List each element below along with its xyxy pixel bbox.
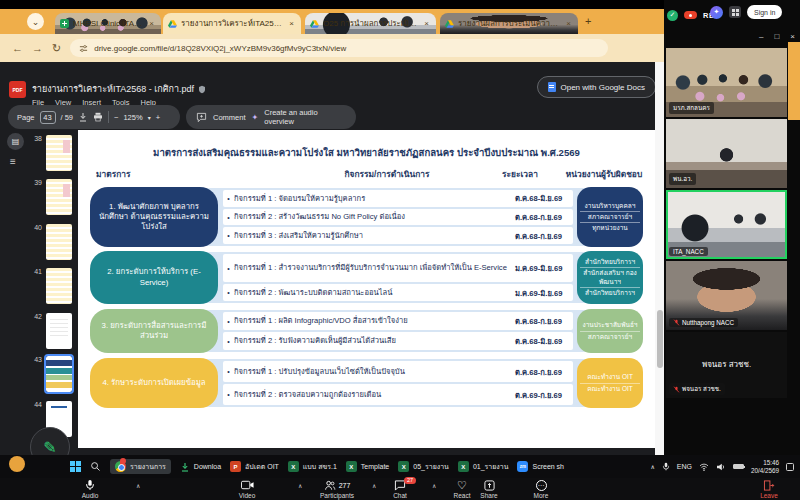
tray-mic-icon[interactable] — [662, 462, 670, 471]
clock[interactable]: 15:46 20/4/2569 — [751, 459, 779, 474]
page-thumbnail-39[interactable] — [46, 179, 72, 215]
tab-label: MHESI Clinic ITA69 อว./อุดมศึกษ — [73, 17, 143, 30]
minimize-icon[interactable]: – — [759, 32, 763, 41]
video-tile-5[interactable]: พจนอร สวชช. พจนอร สวชช. — [666, 332, 787, 398]
audio-button[interactable]: Audio — [68, 479, 112, 499]
back-icon[interactable]: ← — [12, 42, 23, 54]
video-tile-2[interactable]: พน.อว. — [666, 119, 787, 188]
bullet-icon: • — [223, 338, 234, 345]
unit-line: ทุกหน่วยงาน — [580, 222, 640, 232]
taskbar-excel-4[interactable]: X 01_รายงาน — [458, 461, 509, 472]
taskbar-downloads[interactable]: Downloa — [180, 462, 221, 472]
assistant-icon[interactable]: ✦ — [710, 6, 723, 19]
page-thumbnail-42[interactable] — [46, 313, 72, 349]
sign-in-button[interactable]: Sign in — [747, 5, 782, 19]
maximize-icon[interactable]: □ — [774, 32, 779, 41]
leave-button[interactable]: Leave — [745, 479, 793, 499]
volume-icon[interactable] — [716, 463, 726, 471]
participants-button[interactable]: 277 Participants — [308, 479, 366, 499]
caret-down-icon[interactable]: ▾ — [148, 114, 151, 121]
video-tile-4[interactable]: Nutthapong NACC — [666, 261, 787, 330]
participants-count: 277 — [339, 482, 351, 489]
new-tab-button[interactable]: + — [585, 15, 591, 27]
battery-icon[interactable] — [733, 464, 744, 470]
thumbnail-view-button[interactable]: ▤ — [7, 133, 24, 150]
tray-chevron-icon[interactable]: ∧ — [650, 463, 654, 470]
zoom-level[interactable]: 125% — [123, 113, 142, 122]
unit-pill: งานบริหารบุคคลฯ สภาคณาจารย์ฯ ทุกหน่วยงาน — [577, 187, 643, 247]
measure-pill: 3. ยกระดับการสื่อสารและการมีส่วนร่วม — [90, 309, 218, 353]
start-button[interactable] — [70, 461, 81, 472]
heart-icon: ♡ — [457, 480, 467, 491]
video-tile-1[interactable]: มรภ.สกลนคร — [666, 48, 787, 117]
participant-name: ITA_NACC — [673, 248, 704, 255]
scrollbar[interactable] — [655, 62, 664, 455]
language-indicator[interactable]: ENG — [677, 463, 692, 470]
pdf-action-toolbar: Comment ✦ Create an audio overview — [186, 105, 356, 129]
taskbar-chrome-active[interactable]: รายงานการ — [110, 459, 171, 474]
tab-search-button[interactable]: ⌄ — [27, 13, 44, 30]
floating-badge — [9, 456, 25, 472]
excel-icon: X — [346, 461, 357, 472]
taskbar-zoom[interactable]: zm Screen sh — [517, 461, 564, 472]
app-label: Downloa — [194, 463, 221, 470]
participants-caret[interactable]: ∧ — [372, 482, 376, 489]
share-screen-icon — [484, 480, 495, 491]
audio-options-caret[interactable]: ∧ — [136, 482, 140, 489]
audio-overview-label[interactable]: Create an audio overview — [264, 108, 346, 126]
forward-icon[interactable]: → — [32, 42, 43, 54]
close-window-icon[interactable]: × — [790, 32, 795, 41]
zoom-out-icon[interactable]: − — [114, 113, 118, 122]
browser-tab-2-active[interactable]: รายงานการวิเคราะห์ITA2568 - เกศิ × — [163, 13, 301, 34]
chat-button[interactable]: 27 Chat — [380, 479, 420, 499]
site-settings-icon[interactable] — [79, 44, 88, 53]
browser-tab-4[interactable]: รายงานผลการประเมินความเสี่ยงเกี × — [440, 13, 578, 34]
activity-time: ต.ค.68-ก.ย.69 — [515, 366, 573, 378]
participant-name: พจนอร สวชช. — [682, 384, 721, 394]
share-button[interactable]: Share — [467, 479, 511, 499]
browser-tab-1[interactable]: MHESI Clinic ITA69 อว./อุดมศึกษ × — [55, 13, 161, 34]
outline-view-icon[interactable]: ≡ — [10, 156, 16, 167]
close-icon[interactable]: × — [422, 19, 431, 28]
scrollbar-thumb[interactable] — [657, 310, 663, 368]
zoom-in-icon[interactable]: + — [156, 113, 160, 122]
page-number-input[interactable] — [40, 111, 56, 124]
wifi-icon[interactable] — [699, 463, 709, 471]
reload-icon[interactable]: ↻ — [52, 42, 61, 55]
page-thumbnail-38[interactable] — [46, 135, 72, 171]
comment-icon[interactable] — [196, 112, 207, 123]
notification-center-icon[interactable] — [786, 463, 794, 471]
video-button[interactable]: Video — [225, 479, 269, 499]
page-thumbnail-43-selected[interactable] — [46, 356, 72, 392]
activity-text: กิจกรรมที่ 2 : พัฒนาระบบติดตามสถานะออนไล… — [234, 288, 515, 297]
unit-pill: คณะทำงาน OIT คณะทำงาน OIT — [577, 358, 643, 408]
page-thumbnail-41[interactable] — [46, 268, 72, 304]
taskbar-excel-3[interactable]: X 05_รายงาน — [398, 461, 449, 472]
thumb-page-number: 40 — [28, 224, 42, 231]
print-icon[interactable] — [93, 112, 103, 122]
close-icon[interactable]: × — [287, 19, 296, 28]
video-tile-3-active-speaker[interactable]: ITA_NACC — [666, 190, 787, 259]
open-with-google-docs-button[interactable]: Open with Google Docs — [537, 76, 657, 98]
measure-pill: 2. ยกระดับการให้บริการ (E-Service) — [90, 251, 218, 304]
address-bar[interactable]: drive.google.com/file/d/18Q28VXiQ2j_xWYz… — [70, 39, 608, 57]
grid-button[interactable] — [729, 6, 741, 18]
close-icon[interactable]: × — [147, 19, 156, 28]
taskbar-powerpoint[interactable]: P อัปเดต OIT — [230, 461, 279, 472]
search-icon[interactable] — [90, 461, 101, 472]
activity-item: • กิจกรรมที่ 2 : รับฟังความคิดเห็นผู้มีส… — [223, 332, 573, 350]
browser-window: ⌄ MHESI Clinic ITA69 อว./อุดมศึกษ × รายง… — [0, 0, 664, 455]
taskbar-excel-1[interactable]: X แบบ สขร.1 — [288, 461, 337, 472]
chat-caret[interactable]: ∧ — [432, 482, 436, 489]
more-button[interactable]: ⋯ More — [519, 479, 563, 499]
participants-icon — [324, 480, 336, 491]
comment-label[interactable]: Comment — [213, 113, 246, 122]
browser-tab-3[interactable]: O25 การนำผลการประเมิน ITA ไปปุ × — [305, 13, 436, 34]
close-icon[interactable]: × — [564, 19, 573, 28]
download-icon[interactable] — [78, 112, 88, 122]
taskbar-excel-2[interactable]: X Template — [346, 461, 389, 472]
app-label: 05_รายงาน — [413, 461, 449, 472]
sheets-icon — [60, 19, 69, 28]
page-thumbnail-40[interactable] — [46, 224, 72, 260]
video-options-caret[interactable]: ∧ — [298, 482, 302, 489]
